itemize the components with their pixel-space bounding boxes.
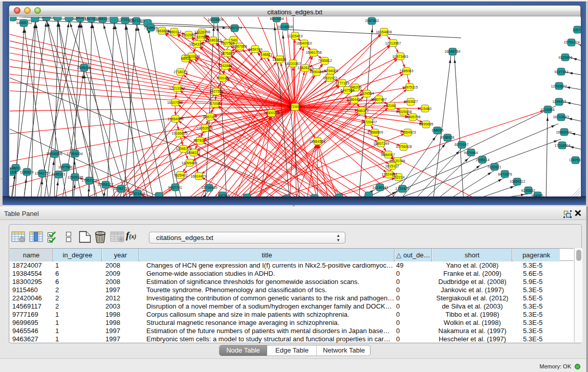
svg-text:15720407: 15720407 xyxy=(361,120,377,124)
svg-text:6899695: 6899695 xyxy=(419,122,433,126)
svg-text:18300295: 18300295 xyxy=(264,111,279,115)
svg-text:9777169: 9777169 xyxy=(335,81,349,85)
svg-text:10973493: 10973493 xyxy=(392,55,408,58)
svg-text:13626215: 13626215 xyxy=(297,66,313,70)
svg-text:3215958: 3215958 xyxy=(540,108,554,112)
svg-text:1244415: 1244415 xyxy=(552,100,566,103)
svg-text:18495758: 18495758 xyxy=(404,115,420,119)
svg-text:1621072: 1621072 xyxy=(323,76,337,80)
svg-text:7625402: 7625402 xyxy=(173,173,187,177)
svg-text:924565: 924565 xyxy=(531,194,543,196)
svg-text:10975887: 10975887 xyxy=(58,165,74,169)
svg-text:8454749: 8454749 xyxy=(248,48,262,51)
svg-text:835001: 835001 xyxy=(10,166,21,170)
svg-text:10756928: 10756928 xyxy=(396,145,411,148)
svg-text:252214: 252214 xyxy=(393,176,404,179)
svg-text:16154808: 16154808 xyxy=(376,30,391,34)
svg-text:12213383: 12213383 xyxy=(169,86,185,90)
svg-text:12975115: 12975115 xyxy=(402,85,418,89)
svg-text:19218506: 19218506 xyxy=(277,25,293,29)
svg-text:8471676: 8471676 xyxy=(498,172,512,176)
svg-text:10671385: 10671385 xyxy=(128,19,144,23)
svg-text:17957255: 17957255 xyxy=(81,179,97,182)
svg-text:16782759: 16782759 xyxy=(113,187,129,190)
svg-text:10958107: 10958107 xyxy=(97,183,113,186)
svg-text:1588520: 1588520 xyxy=(272,58,286,61)
svg-text:1167533: 1167533 xyxy=(569,158,581,162)
svg-text:164095: 164095 xyxy=(431,128,443,132)
svg-text:16961758: 16961758 xyxy=(306,51,321,54)
svg-text:2718179: 2718179 xyxy=(173,70,187,74)
svg-text:12213967: 12213967 xyxy=(385,41,401,45)
svg-text:18807249: 18807249 xyxy=(373,142,389,145)
svg-text:98903: 98903 xyxy=(181,57,191,60)
svg-text:7663822: 7663822 xyxy=(155,29,169,33)
svg-text:13226058: 13226058 xyxy=(194,30,210,34)
svg-text:9245652: 9245652 xyxy=(521,189,535,192)
svg-text:6466160: 6466160 xyxy=(96,17,110,20)
svg-text:16648784: 16648784 xyxy=(444,50,460,53)
svg-text:6794028: 6794028 xyxy=(324,69,338,73)
svg-text:17006: 17006 xyxy=(210,102,220,105)
svg-text:1875685: 1875685 xyxy=(221,52,234,55)
svg-text:12505135: 12505135 xyxy=(67,176,83,179)
svg-text:6497568: 6497568 xyxy=(340,89,354,92)
svg-text:20206556: 20206556 xyxy=(46,152,62,156)
svg-text:803144: 803144 xyxy=(216,76,228,80)
svg-text:11573: 11573 xyxy=(573,28,581,32)
svg-text:62160: 62160 xyxy=(386,104,396,107)
svg-text:3624554: 3624554 xyxy=(360,92,374,95)
svg-text:9427552: 9427552 xyxy=(209,90,223,93)
svg-text:10046708: 10046708 xyxy=(176,147,191,150)
svg-text:746206: 746206 xyxy=(350,85,361,89)
svg-text:7955812: 7955812 xyxy=(318,59,332,62)
svg-text:19654923: 19654923 xyxy=(400,130,416,134)
svg-text:11325419: 11325419 xyxy=(287,34,303,38)
svg-text:19384554: 19384554 xyxy=(309,140,325,143)
svg-text:9463627: 9463627 xyxy=(404,100,418,103)
svg-text:12353594: 12353594 xyxy=(197,126,212,130)
svg-text:20691406: 20691406 xyxy=(38,17,54,18)
svg-text:12093872: 12093872 xyxy=(551,84,567,88)
svg-text:17016504: 17016504 xyxy=(554,144,570,147)
svg-text:2935114: 2935114 xyxy=(476,158,490,162)
svg-text:19654955: 19654955 xyxy=(167,117,183,121)
svg-text:16914479: 16914479 xyxy=(190,174,206,178)
svg-text:2867608: 2867608 xyxy=(233,45,247,48)
svg-text:9657791: 9657791 xyxy=(168,186,182,189)
svg-text:8267110: 8267110 xyxy=(203,115,217,119)
svg-text:8813054: 8813054 xyxy=(270,17,284,20)
svg-text:10654112: 10654112 xyxy=(510,180,526,183)
svg-text:10688609: 10688609 xyxy=(367,130,383,134)
svg-text:7986372: 7986372 xyxy=(355,109,368,113)
svg-text:16120746: 16120746 xyxy=(389,159,405,163)
svg-text:587831: 587831 xyxy=(193,139,205,142)
svg-text:16640910: 16640910 xyxy=(296,41,312,45)
svg-text:20364436: 20364436 xyxy=(346,98,362,101)
svg-text:1156829: 1156829 xyxy=(20,170,34,174)
svg-text:12923468: 12923468 xyxy=(129,192,145,195)
svg-text:16033809: 16033809 xyxy=(207,18,223,21)
svg-text:9227343: 9227343 xyxy=(554,70,568,74)
svg-text:9329996: 9329996 xyxy=(558,56,572,59)
svg-text:9146821: 9146821 xyxy=(258,53,272,56)
svg-text:1615112: 1615112 xyxy=(385,164,399,168)
svg-text:1092346: 1092346 xyxy=(215,194,229,196)
svg-text:15751074: 15751074 xyxy=(563,40,579,44)
svg-text:546: 546 xyxy=(231,38,237,42)
svg-text:15692971: 15692971 xyxy=(556,130,572,134)
svg-text:6879197: 6879197 xyxy=(454,143,468,146)
svg-text:5498222: 5498222 xyxy=(186,151,200,155)
svg-text:9474444: 9474444 xyxy=(464,151,477,155)
svg-text:7632621: 7632621 xyxy=(487,165,501,169)
svg-text:17359934: 17359934 xyxy=(67,152,82,156)
svg-text:18186323: 18186323 xyxy=(205,38,221,42)
svg-text:18724007: 18724007 xyxy=(287,105,302,108)
svg-text:391832: 391832 xyxy=(10,170,18,174)
svg-text:9115460: 9115460 xyxy=(418,107,432,111)
svg-text:10807487: 10807487 xyxy=(371,98,386,101)
svg-text:1753426: 1753426 xyxy=(395,187,409,190)
svg-text:1145193: 1145193 xyxy=(52,172,66,176)
svg-text:2905334: 2905334 xyxy=(77,66,91,70)
svg-text:18220357: 18220357 xyxy=(285,62,300,65)
